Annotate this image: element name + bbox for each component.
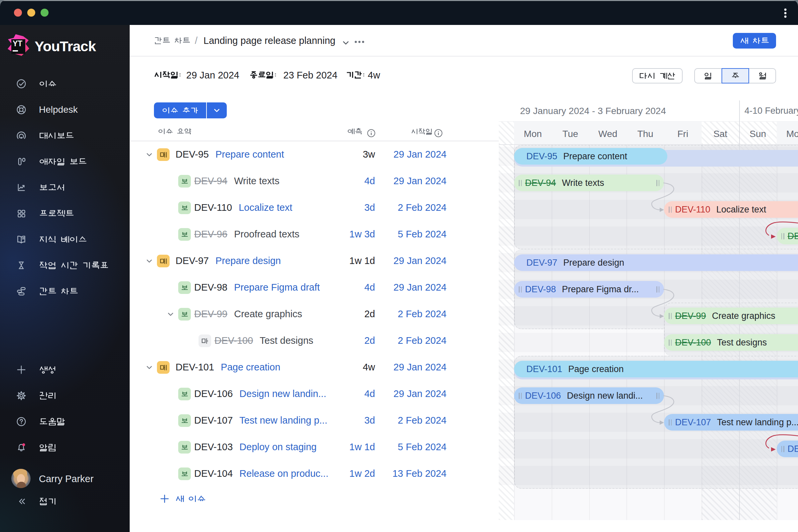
svg-text:YT: YT [13, 39, 22, 48]
